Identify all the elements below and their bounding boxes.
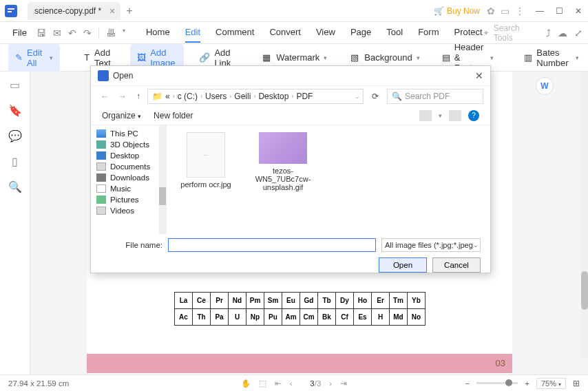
tree-pictures[interactable]: Pictures xyxy=(91,194,166,205)
dialog-title: Open xyxy=(113,71,133,81)
tree-this-pc[interactable]: This PC xyxy=(91,128,166,139)
document-tab[interactable]: science-copy.pdf * × xyxy=(28,2,120,20)
tab-home[interactable]: Home xyxy=(146,23,170,43)
dialog-search-input[interactable]: 🔍 Search PDF xyxy=(387,89,483,104)
folder-tree[interactable]: This PC 3D Objects Desktop Documents Dow… xyxy=(91,125,167,234)
tree-downloads[interactable]: Downloads xyxy=(91,172,166,183)
tab-page[interactable]: Page xyxy=(350,23,371,43)
refresh-icon[interactable]: ⟳ xyxy=(368,92,383,101)
open-button[interactable]: Open xyxy=(379,257,427,273)
tab-close-icon[interactable]: × xyxy=(109,6,115,17)
watermark-button[interactable]: ▦ Watermark ▾ xyxy=(254,49,334,67)
nav-up-icon[interactable]: ↑ xyxy=(134,92,143,101)
periodic-table: LaCePrNdPmSmEuGdTbDyHoErTmYbAcThPaUNpPuA… xyxy=(174,292,426,326)
comment-panel-icon[interactable]: 💬 xyxy=(8,129,22,142)
file-menu[interactable]: File xyxy=(6,28,34,38)
print-icon[interactable]: 🖶 xyxy=(106,28,116,39)
notify-icon[interactable]: ▭ xyxy=(501,6,510,17)
bates-icon: ▥ xyxy=(524,52,532,63)
tree-desktop[interactable]: Desktop xyxy=(91,150,166,161)
filename-input[interactable] xyxy=(168,238,376,252)
vertical-scrollbar[interactable] xyxy=(581,72,588,358)
zoom-out-icon[interactable]: − xyxy=(465,379,470,388)
breadcrumb-dropdown-icon[interactable]: ⌵ xyxy=(355,93,359,100)
bookmark-icon[interactable]: 🔖 xyxy=(8,104,22,117)
next-page-icon[interactable]: › xyxy=(329,379,332,388)
view-mode-button[interactable] xyxy=(419,110,432,121)
search-panel-icon[interactable]: 🔍 xyxy=(8,180,22,193)
file-item-jpg[interactable]: ··· perform ocr.jpg xyxy=(178,132,234,189)
attachment-icon[interactable]: ▯ xyxy=(12,155,18,168)
page-footer-bar xyxy=(87,354,512,373)
tree-3d-objects[interactable]: 3D Objects xyxy=(91,139,166,150)
tree-videos[interactable]: Videos xyxy=(91,205,166,216)
tab-edit[interactable]: Edit xyxy=(185,23,200,43)
element-cell: Yb xyxy=(408,293,426,309)
scrollbar-thumb[interactable] xyxy=(581,271,588,310)
zoom-in-icon[interactable]: + xyxy=(525,379,529,388)
dialog-close-button[interactable]: ✕ xyxy=(475,70,483,81)
folder-icon: 📁 xyxy=(152,92,162,101)
last-page-icon[interactable]: ⇥ xyxy=(340,379,347,388)
tab-view[interactable]: View xyxy=(316,23,335,43)
gift-icon[interactable]: ✿ xyxy=(487,6,495,17)
tree-documents[interactable]: Documents xyxy=(91,161,166,172)
word-export-badge[interactable]: W xyxy=(536,77,554,95)
page-indicator: /3 xyxy=(301,379,322,388)
breadcrumb[interactable]: 📁 «› c (C:)› Users› Geili› Desktop› PDF … xyxy=(147,89,364,104)
edit-all-button[interactable]: ✎ Edit All ▾ xyxy=(8,44,60,72)
element-cell: Nd xyxy=(229,293,246,309)
preview-pane-button[interactable] xyxy=(449,110,461,121)
nav-back-icon[interactable]: ← xyxy=(98,92,112,101)
cloud-icon[interactable]: ☁ xyxy=(558,28,567,39)
buy-now-link[interactable]: 🛒 Buy Now xyxy=(434,6,480,16)
kebab-icon[interactable]: ⋮ xyxy=(515,6,525,17)
zoom-handle[interactable] xyxy=(505,379,512,386)
zoom-slider[interactable] xyxy=(476,382,518,384)
first-page-icon[interactable]: ⇤ xyxy=(275,379,282,388)
share-icon[interactable]: ⤴ xyxy=(546,28,551,39)
element-cell: Pu xyxy=(264,309,282,326)
element-cell: Ho xyxy=(354,293,372,309)
new-tab-button[interactable]: + xyxy=(126,5,132,17)
tree-scrollbar-thumb[interactable] xyxy=(159,187,166,205)
select-tool-icon[interactable]: ⬚ xyxy=(259,379,266,388)
new-folder-button[interactable]: New folder xyxy=(154,111,193,120)
page-dimensions: 27.94 x 21.59 cm xyxy=(8,379,69,388)
tree-scrollbar[interactable] xyxy=(159,125,166,234)
tab-tool[interactable]: Tool xyxy=(386,23,403,43)
print-dropdown-icon[interactable]: ▾ xyxy=(123,28,125,39)
hand-tool-icon[interactable]: ✋ xyxy=(241,379,251,388)
help-button[interactable]: ? xyxy=(468,110,479,121)
title-bar: science-copy.pdf * × + 🛒 Buy Now ✿ ▭ ⋮ —… xyxy=(0,0,588,22)
tab-comment[interactable]: Comment xyxy=(216,23,254,43)
tree-music[interactable]: Music xyxy=(91,183,166,194)
thumbnails-icon[interactable]: ▭ xyxy=(10,78,20,92)
background-button[interactable]: ▧ Background ▾ xyxy=(342,49,426,67)
svg-rect-1 xyxy=(8,8,14,10)
close-button[interactable]: ✕ xyxy=(569,0,588,22)
fit-page-icon[interactable]: ⊞ xyxy=(573,379,580,388)
expand-icon[interactable]: ⤢ xyxy=(574,28,582,39)
undo-icon[interactable]: ↶ xyxy=(68,28,76,39)
cancel-button[interactable]: Cancel xyxy=(432,257,481,273)
mail-icon[interactable]: ✉ xyxy=(53,28,61,39)
save-icon[interactable]: 🖫 xyxy=(36,28,46,39)
dialog-titlebar: Open ✕ xyxy=(91,66,490,85)
file-list[interactable]: ··· perform ocr.jpg tezos-WN5_7UBc7cw-un… xyxy=(167,125,490,234)
zoom-percent[interactable]: 75% ▾ xyxy=(536,378,566,389)
redo-icon[interactable]: ↷ xyxy=(83,28,92,39)
status-bar: 27.94 x 21.59 cm ✋ ⬚ ⇤ ‹ /3 › ⇥ − + 75% … xyxy=(0,374,588,391)
file-item-gif[interactable]: tezos-WN5_7UBc7cw-unsplash.gif xyxy=(255,132,311,191)
page-number-badge: 03 xyxy=(496,358,505,368)
minimize-button[interactable]: — xyxy=(530,0,549,22)
bates-number-button[interactable]: ▥ Bates Number ▾ xyxy=(517,44,585,72)
maximize-button[interactable]: ☐ xyxy=(549,0,569,22)
organize-menu[interactable]: Organize ▾ xyxy=(102,111,141,120)
nav-forward-icon[interactable]: → xyxy=(116,92,129,101)
tab-convert[interactable]: Convert xyxy=(269,23,301,43)
element-cell: Es xyxy=(354,309,372,326)
page-input[interactable] xyxy=(301,379,315,388)
prev-page-icon[interactable]: ‹ xyxy=(290,379,293,388)
file-filter-select[interactable]: All image files (*.jpg;*.jpeg;*.jpe ⌵ xyxy=(381,238,481,252)
